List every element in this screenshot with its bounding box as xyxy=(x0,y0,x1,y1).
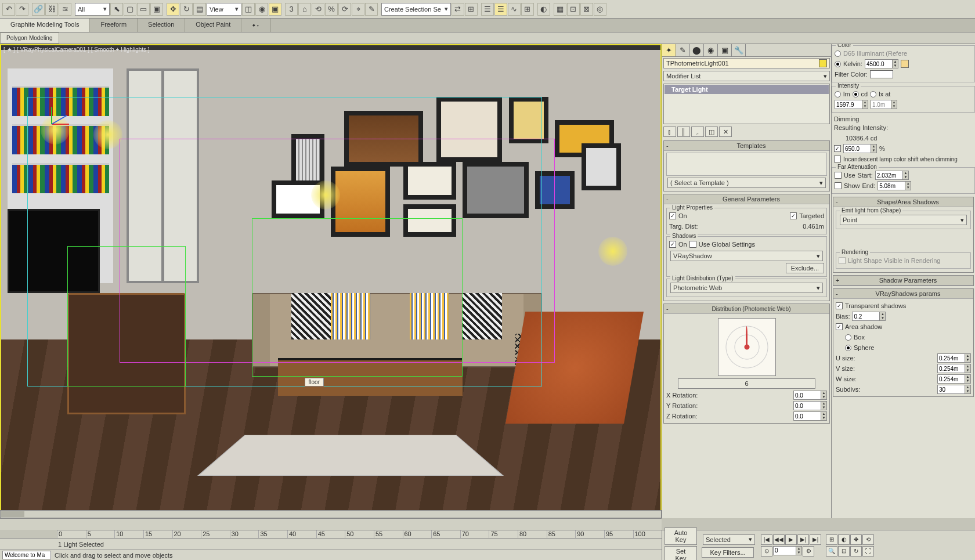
vp-nav3[interactable]: ✥ xyxy=(850,534,862,545)
fa-use-checkbox[interactable] xyxy=(835,172,842,179)
trans-shadows-checkbox[interactable] xyxy=(836,302,843,309)
vp-nav7[interactable]: ↻ xyxy=(850,546,862,557)
keymode-button[interactable]: ▣ xyxy=(269,3,281,16)
kelvin-spinner[interactable]: ▲▼ xyxy=(865,59,898,68)
wsize-spinner[interactable]: ▲▼ xyxy=(937,374,971,384)
box-radio[interactable] xyxy=(845,334,851,341)
distribution-dropdown[interactable]: Photometric Web xyxy=(670,283,823,293)
goto-end-button[interactable]: ▶| xyxy=(810,534,821,545)
exclude-button[interactable]: Exclude... xyxy=(786,263,824,273)
render-setup-button[interactable]: ▦ xyxy=(554,3,566,16)
incandescent-checkbox[interactable] xyxy=(834,156,841,162)
schematic-button[interactable]: ⊞ xyxy=(521,3,534,16)
layers-button[interactable]: ☰ xyxy=(481,3,494,16)
intensity-spinner[interactable]: ▲▼ xyxy=(835,100,868,109)
curve-ed-button[interactable]: ∿ xyxy=(508,3,521,16)
viewport[interactable]: [ ★ ] [ VRayPhysicalCamera001 ] [ Smooth… xyxy=(0,44,662,518)
tab-selection[interactable]: Selection xyxy=(138,19,185,32)
cd-radio[interactable] xyxy=(853,91,859,97)
vp-nav1[interactable]: ⊞ xyxy=(826,534,837,545)
link-button[interactable]: 🔗 xyxy=(32,3,45,16)
web-preview[interactable] xyxy=(718,318,776,376)
distribution-head[interactable]: -Distribution (Photometric Web) xyxy=(664,304,829,314)
rotate-button[interactable]: ↻ xyxy=(180,3,193,16)
general-params-head[interactable]: -General Parameters xyxy=(664,194,829,204)
tab-graphite[interactable]: Graphite Modeling Tools xyxy=(0,19,90,32)
sphere-radio[interactable] xyxy=(845,345,851,351)
vp-nav6[interactable]: ⊡ xyxy=(838,546,850,557)
redo-button[interactable]: ↷ xyxy=(16,3,28,16)
kelvin-radio[interactable] xyxy=(835,61,841,67)
move-button[interactable]: ✥ xyxy=(167,3,179,16)
modifier-stack[interactable]: Target Light xyxy=(663,84,830,124)
goto-start-button[interactable]: |◀ xyxy=(761,534,772,545)
fa-show-checkbox[interactable] xyxy=(835,182,842,189)
area-shadow-checkbox[interactable] xyxy=(836,323,843,330)
lm-radio[interactable] xyxy=(835,91,841,97)
zrot-spinner[interactable]: ▲▼ xyxy=(793,411,827,421)
angle-snap2-button[interactable]: ⟲ xyxy=(312,3,324,16)
pin-stack-button[interactable]: ⫿ xyxy=(663,127,676,137)
yrot-spinner[interactable]: ▲▼ xyxy=(793,401,827,410)
stack-target-light[interactable]: Target Light xyxy=(665,85,829,94)
targeted-checkbox[interactable] xyxy=(790,212,797,219)
spinner-snap-button[interactable]: ⟳ xyxy=(338,3,351,16)
mirror-button[interactable]: ⇄ xyxy=(452,3,464,16)
prev-frame-button[interactable]: ◀◀ xyxy=(773,534,785,545)
remove-mod-button[interactable]: ◫ xyxy=(705,127,718,137)
pivot-button[interactable]: ◫ xyxy=(242,3,255,16)
scale-button[interactable]: ▤ xyxy=(193,3,206,16)
subdivs-spinner[interactable]: ▲▼ xyxy=(937,385,971,394)
show-end-button[interactable]: ║ xyxy=(677,127,690,137)
vp-nav8[interactable]: ⛶ xyxy=(862,546,874,557)
next-frame-button[interactable]: ▶| xyxy=(797,534,809,545)
shadows-on-checkbox[interactable] xyxy=(669,241,676,248)
dim-pct-spinner[interactable]: ▲▼ xyxy=(843,144,877,153)
dim-pct-checkbox[interactable] xyxy=(834,145,841,152)
layers2-button[interactable]: ☰ xyxy=(494,3,507,16)
tab-objectpaint[interactable]: Object Paint xyxy=(185,19,241,32)
setkey-button[interactable]: Set Key xyxy=(665,546,697,561)
light-shape-vis-checkbox[interactable] xyxy=(839,257,846,264)
undo-button[interactable]: ↶ xyxy=(2,3,15,16)
emit-shape-dropdown[interactable]: Point xyxy=(840,215,967,225)
usize-spinner[interactable]: ▲▼ xyxy=(937,353,971,363)
tab-more[interactable]: ⬥▾ xyxy=(241,19,271,32)
time-config-button[interactable]: ⚙ xyxy=(803,546,814,557)
light-on-checkbox[interactable] xyxy=(669,212,676,219)
config-button[interactable]: ✕ xyxy=(719,127,732,137)
key-mode-button[interactable]: ⊙ xyxy=(761,546,772,557)
modifier-list-dropdown[interactable]: Modifier List xyxy=(663,71,830,81)
angle-snap-button[interactable]: ⌂ xyxy=(298,3,311,16)
named-selset-dropdown[interactable]: Create Selection Se xyxy=(381,3,451,16)
tab-create[interactable]: ✦ xyxy=(662,44,676,56)
tab-freeform[interactable]: Freeform xyxy=(90,19,138,32)
h-scrollbar[interactable] xyxy=(0,510,662,518)
vp-nav2[interactable]: ◐ xyxy=(838,534,850,545)
vsize-spinner[interactable]: ▲▼ xyxy=(937,364,971,373)
xrot-spinner[interactable]: ▲▼ xyxy=(793,391,827,400)
edit-button[interactable]: ✎ xyxy=(365,3,378,16)
vp-nav5[interactable]: 🔍 xyxy=(826,546,837,557)
manip-button[interactable]: ◉ xyxy=(255,3,268,16)
vp-nav4[interactable]: ⟲ xyxy=(862,534,874,545)
tab-display[interactable]: ▣ xyxy=(718,44,732,56)
template-select[interactable]: ( Select a Template ) xyxy=(667,178,826,188)
fa-end-spinner[interactable]: ▲▼ xyxy=(878,181,911,190)
current-frame-spinner[interactable]: ▲▼ xyxy=(773,546,802,555)
render-button[interactable]: ◎ xyxy=(594,3,606,16)
align-button[interactable]: ⊞ xyxy=(465,3,478,16)
viewport-label[interactable]: [ ★ ] [ VRayPhysicalCamera001 ] [ Smooth… xyxy=(3,46,150,53)
tab-hierarchy[interactable]: ⬤ xyxy=(690,44,704,56)
shadow-type-dropdown[interactable]: VRayShadow xyxy=(670,251,823,261)
autokey-button[interactable]: Auto Key xyxy=(665,528,697,545)
play-button[interactable]: ▶ xyxy=(785,534,797,545)
move-gizmo[interactable] xyxy=(34,106,69,141)
material-button[interactable]: ◐ xyxy=(537,3,550,16)
select-name-button[interactable]: ▢ xyxy=(124,3,136,16)
unique-button[interactable]: ꜀ xyxy=(691,127,704,137)
percent-snap-button[interactable]: % xyxy=(325,3,338,16)
color-swatch[interactable] xyxy=(819,59,827,67)
render-frame-button[interactable]: ⊡ xyxy=(567,3,580,16)
lx-radio[interactable] xyxy=(870,91,876,97)
